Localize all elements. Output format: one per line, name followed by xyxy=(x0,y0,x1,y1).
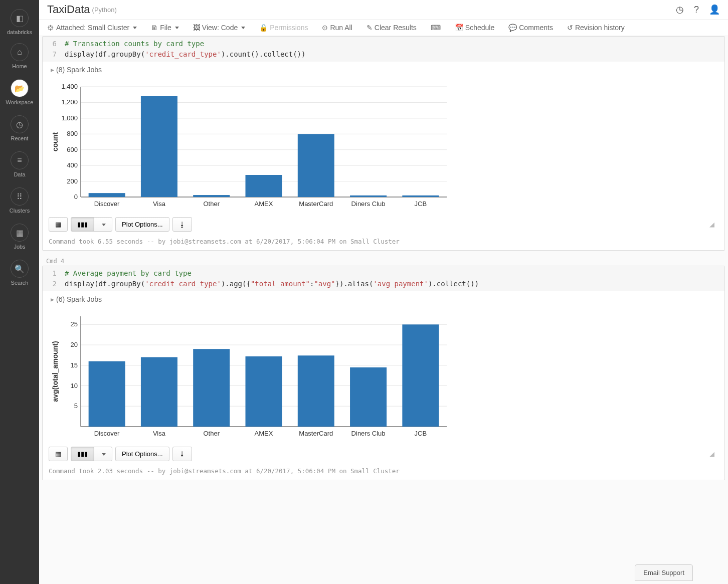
svg-text:Diners Club: Diners Club xyxy=(351,200,386,208)
search-icon: 🔍 xyxy=(11,260,29,278)
sidebar-label-recent: Recent xyxy=(0,135,39,141)
sidebar-label-workspace: Workspace xyxy=(0,99,39,105)
spark-jobs-toggle[interactable]: ▸(8) Spark Jobs xyxy=(43,62,724,78)
cell-cmd4: 12 # Average payment by card type displa… xyxy=(42,266,725,480)
comments-label: Comments xyxy=(519,24,553,32)
eraser-icon: ✎ xyxy=(367,24,373,32)
sidebar-item-workspace[interactable]: 📂 Workspace xyxy=(0,74,39,110)
keyboard-button[interactable]: ⌨ xyxy=(431,24,441,32)
sidebar-item-recent[interactable]: ◷ Recent xyxy=(0,110,39,146)
resize-handle-icon[interactable]: ◢ xyxy=(709,221,718,228)
svg-rect-45 xyxy=(89,361,125,427)
sidebar-label-data: Data xyxy=(0,171,39,177)
chart-type-dropdown[interactable] xyxy=(94,447,112,461)
play-circle-icon: ⊙ xyxy=(322,24,328,32)
resize-handle-icon[interactable]: ◢ xyxy=(709,450,718,458)
svg-text:1,000: 1,000 xyxy=(61,114,78,122)
clear-results-button[interactable]: ✎ Clear Results xyxy=(367,24,417,32)
table-view-button[interactable]: ▦ xyxy=(49,447,68,461)
triangle-right-icon: ▸ xyxy=(51,295,54,303)
command-time: Command took 2.03 seconds -- by jobi@str… xyxy=(43,464,724,480)
svg-text:1,400: 1,400 xyxy=(61,83,78,90)
sidebar-item-search[interactable]: 🔍 Search xyxy=(0,255,39,291)
plot-options-button[interactable]: Plot Options... xyxy=(115,447,169,461)
database-icon: ≡ xyxy=(11,151,29,169)
svg-text:20: 20 xyxy=(71,341,78,348)
view-dropdown[interactable]: 🖼 View: Code xyxy=(193,24,245,32)
cluster-icon: ⠿ xyxy=(11,187,29,206)
bar-chart-button[interactable]: ▮▮▮ xyxy=(71,447,94,461)
svg-rect-53 xyxy=(298,355,334,427)
help-icon[interactable]: ? xyxy=(694,5,699,15)
chart-area-2: 510152025DiscoverVisaOtherAMEXMasterCard… xyxy=(43,307,724,444)
chart-area-1: 02004006008001,0001,2001,400DiscoverVisa… xyxy=(43,78,724,214)
sidebar-item-clusters[interactable]: ⠿ Clusters xyxy=(0,182,39,219)
sidebar-label-jobs: Jobs xyxy=(0,244,39,250)
code-block[interactable]: 12 # Average payment by card type displa… xyxy=(43,266,724,291)
sidebar-label-clusters: Clusters xyxy=(0,208,39,214)
attached-dropdown[interactable]: ⯐ Attached: Small Cluster xyxy=(47,24,137,32)
table-view-button[interactable]: ▦ xyxy=(49,217,68,232)
table-icon: ▦ xyxy=(55,221,61,228)
sidebar: ◧ databricks ⌂ Home 📂 Workspace ◷ Recent… xyxy=(0,0,39,584)
toolbar: ⯐ Attached: Small Cluster 🗎 File 🖼 View:… xyxy=(39,20,728,36)
svg-text:Discover: Discover xyxy=(94,430,120,437)
svg-text:AMEX: AMEX xyxy=(255,430,273,437)
comments-button[interactable]: 💬 Comments xyxy=(508,24,553,32)
schedule-button[interactable]: 📅 Schedule xyxy=(455,24,494,32)
svg-text:Diners Club: Diners Club xyxy=(351,430,386,437)
notebook-language: (Python) xyxy=(92,6,117,14)
schedule-label: Schedule xyxy=(465,24,494,32)
calendar-icon: 📅 xyxy=(455,24,463,32)
plot-options-button[interactable]: Plot Options... xyxy=(115,217,169,232)
svg-rect-26 xyxy=(298,134,334,197)
sidebar-label-search: Search xyxy=(0,280,39,286)
svg-rect-57 xyxy=(402,324,439,427)
code-block[interactable]: 67 # Transaction counts by card type dis… xyxy=(43,37,724,62)
svg-text:MasterCard: MasterCard xyxy=(299,200,333,208)
spark-jobs-label: (6) Spark Jobs xyxy=(56,295,102,303)
svg-text:5: 5 xyxy=(74,402,78,410)
main: TaxiData (Python) ◷ ? 👤 ⯐ Attached: Smal… xyxy=(39,0,728,584)
svg-text:Visa: Visa xyxy=(153,200,166,208)
notebook-content: 67 # Transaction counts by card type dis… xyxy=(39,36,728,584)
bar-chart-button[interactable]: ▮▮▮ xyxy=(71,217,94,232)
svg-rect-20 xyxy=(141,96,177,197)
file-icon: 🗎 xyxy=(151,24,158,32)
sitemap-icon: ⯐ xyxy=(47,24,54,32)
sidebar-item-data[interactable]: ≡ Data xyxy=(0,146,39,182)
spark-jobs-toggle[interactable]: ▸(6) Spark Jobs xyxy=(43,291,724,307)
chart-controls: ▦ ▮▮▮ Plot Options... ⭳ ◢ xyxy=(43,444,724,464)
sidebar-label-home: Home xyxy=(0,63,39,69)
file-dropdown[interactable]: 🗎 File xyxy=(151,24,179,32)
file-label: File xyxy=(160,24,171,32)
run-all-button[interactable]: ⊙ Run All xyxy=(322,24,352,32)
email-support-button[interactable]: Email Support xyxy=(635,564,693,581)
brand-label: databricks xyxy=(0,29,39,35)
svg-text:600: 600 xyxy=(67,146,78,153)
sidebar-item-jobs[interactable]: ▦ Jobs xyxy=(0,219,39,255)
brand[interactable]: ◧ databricks xyxy=(0,4,39,38)
chart-type-dropdown[interactable] xyxy=(94,217,112,232)
download-button[interactable]: ⭳ xyxy=(172,217,192,232)
caret-down-icon xyxy=(175,27,179,29)
svg-text:800: 800 xyxy=(67,130,78,137)
chart-controls: ▦ ▮▮▮ Plot Options... ⭳ ◢ xyxy=(43,214,724,235)
sidebar-item-home[interactable]: ⌂ Home xyxy=(0,38,39,74)
svg-text:Other: Other xyxy=(203,430,220,437)
permissions-label: Permissions xyxy=(270,24,308,32)
bar-chart-icon: ▮▮▮ xyxy=(77,221,88,228)
notebook-title[interactable]: TaxiData xyxy=(47,3,90,16)
download-icon: ⭳ xyxy=(179,450,186,458)
download-button[interactable]: ⭳ xyxy=(172,447,192,461)
home-icon: ⌂ xyxy=(11,43,29,61)
clock-outline-icon[interactable]: ◷ xyxy=(676,4,684,15)
gutter: 67 xyxy=(43,37,61,62)
code-lines[interactable]: # Average payment by card type display(d… xyxy=(61,266,724,291)
code-lines[interactable]: # Transaction counts by card type displa… xyxy=(61,37,724,62)
topbar: TaxiData (Python) ◷ ? 👤 xyxy=(39,0,728,20)
svg-text:200: 200 xyxy=(67,177,78,185)
user-icon[interactable]: 👤 xyxy=(709,4,720,15)
revision-button[interactable]: ↺ Revision history xyxy=(567,24,625,32)
download-icon: ⭳ xyxy=(179,221,186,228)
